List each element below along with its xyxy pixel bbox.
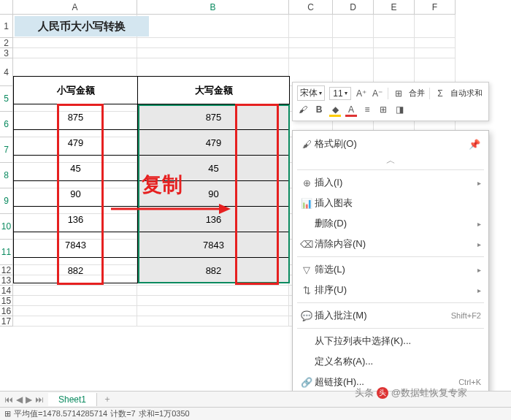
- row-header-14[interactable]: 14: [0, 286, 13, 296]
- status-sum: 求和=1万0350: [139, 408, 190, 419]
- chart-icon: 📊: [299, 198, 315, 209]
- row-header-9[interactable]: 9: [0, 188, 13, 214]
- row-header-6[interactable]: 6: [0, 112, 13, 137]
- sheet-add-button[interactable]: ＋: [97, 393, 118, 405]
- row-header-2[interactable]: 2: [0, 38, 13, 48]
- row-header-1[interactable]: 1: [0, 15, 13, 38]
- context-menu: 🖌格式刷(O) 📌 ︿ ⊕插入(I)▸ 📊插入图表 删除(D)▸ ⌫清除内容(N…: [292, 130, 489, 420]
- menu-delete[interactable]: 删除(D)▸: [293, 213, 488, 234]
- status-mode-icon: ⊞: [4, 409, 11, 419]
- col-header-C[interactable]: C: [289, 0, 333, 15]
- row-header-12[interactable]: 12: [0, 265, 13, 275]
- menu-select-from-list[interactable]: 从下拉列表中选择(K)...: [293, 331, 488, 351]
- title-cell: 人民币大小写转换: [15, 16, 149, 37]
- row-header-5[interactable]: 5: [0, 86, 13, 112]
- align-icon[interactable]: ≡: [361, 104, 373, 115]
- cell-A11[interactable]: 882: [14, 258, 138, 283]
- row-header-4[interactable]: 4: [0, 58, 13, 86]
- copy-annotation: 复制: [142, 171, 182, 199]
- row-header-10[interactable]: 10: [0, 214, 13, 240]
- col-header-A[interactable]: A: [13, 0, 137, 15]
- cell-A8[interactable]: 90: [14, 181, 138, 207]
- sheet-nav-prev-icon[interactable]: ◀: [16, 394, 23, 405]
- header-big-amount[interactable]: 大写金额: [138, 77, 290, 104]
- fill-color-icon[interactable]: ◆: [329, 104, 341, 115]
- watermark: 头条 头 @数据蛙恢复专家: [355, 386, 467, 400]
- decrease-font-icon[interactable]: A⁻: [372, 88, 383, 99]
- watermark-prefix: 头条: [355, 386, 374, 400]
- row-header-3[interactable]: 3: [0, 48, 13, 58]
- select-all-corner[interactable]: [0, 0, 13, 15]
- menu-format-painter[interactable]: 🖌格式刷(O) 📌: [293, 134, 488, 154]
- row-header-13[interactable]: 13: [0, 275, 13, 286]
- font-dropdown[interactable]: 宋体▾: [297, 85, 325, 101]
- watermark-icon: 头: [377, 387, 388, 399]
- menu-define-name[interactable]: 定义名称(A)...: [293, 351, 488, 372]
- autosum-icon[interactable]: Σ: [434, 88, 446, 99]
- menu-insert-chart[interactable]: 📊插入图表: [293, 193, 488, 213]
- cell-A5[interactable]: 875: [14, 104, 138, 130]
- filter-icon: ▽: [299, 264, 315, 275]
- fontsize-dropdown[interactable]: 11▾: [329, 87, 351, 100]
- menu-sort[interactable]: ⇅排序(U)▸: [293, 280, 488, 300]
- autosum-label[interactable]: 自动求和: [450, 88, 483, 99]
- pin-icon: 📌: [466, 139, 483, 150]
- menu-collapse-handle[interactable]: ︿: [293, 154, 488, 167]
- col-header-F[interactable]: F: [415, 0, 456, 15]
- col-header-E[interactable]: E: [374, 0, 415, 15]
- cell-B9[interactable]: 136: [138, 207, 290, 232]
- increase-font-icon[interactable]: A⁺: [356, 88, 367, 99]
- link-icon: 🔗: [299, 377, 315, 388]
- format-painter-icon[interactable]: 🖌: [297, 104, 309, 115]
- menu-insert-comment[interactable]: 💬插入批注(M)Shift+F2: [293, 305, 488, 326]
- cell-B10[interactable]: 7843: [138, 232, 290, 258]
- highlight-icon[interactable]: ◨: [393, 104, 405, 115]
- row-header-16[interactable]: 16: [0, 306, 13, 316]
- border-icon[interactable]: ⊞: [377, 104, 389, 115]
- sheet-nav-next-icon[interactable]: ▶: [26, 394, 32, 405]
- insert-icon: ⊕: [299, 177, 315, 188]
- cell-B6[interactable]: 479: [138, 130, 290, 156]
- sort-icon: ⇅: [299, 285, 315, 296]
- col-header-B[interactable]: B: [137, 0, 289, 15]
- cell-A6[interactable]: 479: [14, 130, 138, 156]
- merge-label[interactable]: 合并: [409, 88, 425, 99]
- comment-icon: 💬: [299, 310, 315, 321]
- status-count: 计数=7: [110, 408, 136, 419]
- status-bar: ⊞ 平均值=1478.5714285714 计数=7 求和=1万0350: [0, 407, 511, 420]
- watermark-text: @数据蛙恢复专家: [391, 386, 467, 400]
- cell-B11[interactable]: 882: [138, 258, 290, 283]
- row-header-7[interactable]: 7: [0, 137, 13, 163]
- row-header-8[interactable]: 8: [0, 163, 13, 188]
- sheet-tab-active[interactable]: Sheet1: [48, 393, 97, 406]
- status-avg: 平均值=1478.5714285714: [14, 408, 107, 419]
- row-header-15[interactable]: 15: [0, 296, 13, 306]
- sheet-nav-first-icon[interactable]: ⏮: [4, 394, 13, 405]
- cell-A7[interactable]: 45: [14, 156, 138, 181]
- bold-icon[interactable]: B: [313, 104, 325, 115]
- column-headers: ABCDEF: [13, 0, 456, 15]
- cell-A10[interactable]: 7843: [14, 232, 138, 258]
- cell-B5[interactable]: 875: [138, 104, 290, 130]
- eraser-icon: ⌫: [299, 239, 315, 250]
- header-small-amount[interactable]: 小写金额: [14, 77, 138, 104]
- col-header-D[interactable]: D: [333, 0, 374, 15]
- merge-icon[interactable]: ⊞: [393, 88, 404, 99]
- font-color-icon[interactable]: A: [345, 104, 357, 115]
- row-header-17[interactable]: 17: [0, 316, 13, 327]
- row-headers: 1234567891011121314151617: [0, 15, 13, 327]
- mini-toolbar: 宋体▾ 11▾ A⁺ A⁻ ⊞ 合并 Σ 自动求和 🖌 B ◆ A ≡ ⊞ ◨: [292, 82, 489, 121]
- brush-icon: 🖌: [299, 139, 315, 150]
- sheet-nav-last-icon[interactable]: ⏭: [35, 394, 44, 405]
- menu-filter[interactable]: ▽筛选(L)▸: [293, 259, 488, 280]
- menu-clear[interactable]: ⌫清除内容(N)▸: [293, 234, 488, 254]
- cell-A9[interactable]: 136: [14, 207, 138, 232]
- menu-insert[interactable]: ⊕插入(I)▸: [293, 172, 488, 193]
- row-header-11[interactable]: 11: [0, 240, 13, 265]
